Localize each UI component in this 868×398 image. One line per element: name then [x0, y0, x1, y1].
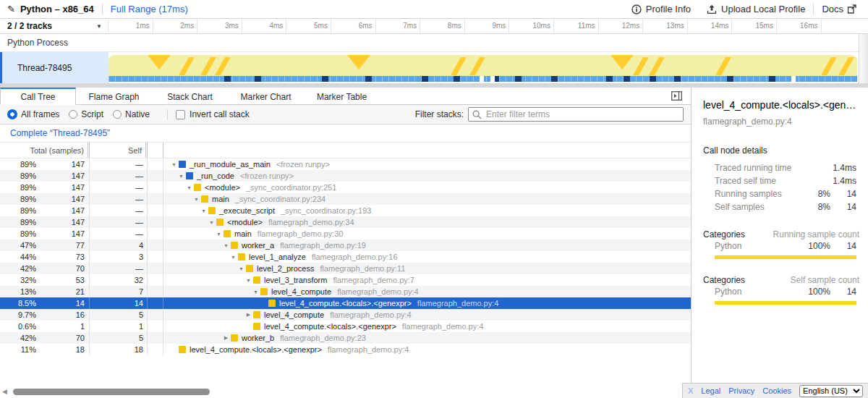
tree-row[interactable]: 89%147—▼<module>_sync_coordinator.py:251 [0, 182, 691, 193]
expand-arrow-down-icon[interactable]: ▼ [184, 185, 194, 190]
ruler-tick: 4ms [242, 19, 287, 33]
tree-row[interactable]: 42%70—▼level_2_processflamegraph_demo.py… [0, 263, 691, 274]
total-samples: 147 [36, 172, 89, 180]
footer-link-privacy[interactable]: Privacy [728, 386, 754, 395]
tree-row[interactable]: 89%147—▼main_sync_coordinator.py:234 [0, 193, 691, 205]
total-percent: 89% [0, 172, 36, 180]
tree-row[interactable]: 47%774▼worker_aflamegraph_demo.py:19 [0, 240, 691, 251]
tree-row[interactable]: 8.5%1414level_4_compute.<locals>.<genexp… [0, 297, 691, 309]
function-location: _sync_coordinator.py:251 [246, 183, 336, 192]
radio-all-frames[interactable]: All frames [7, 109, 59, 119]
footer-link-cookies[interactable]: Cookies [762, 386, 791, 395]
frame-cell: ▶worker_bflamegraph_demo.py:23 [163, 332, 691, 344]
expand-arrow-right-icon[interactable]: ▶ [244, 312, 253, 318]
tree-row[interactable]: 9.7%165▶level_4_computeflamegraph_demo.p… [0, 309, 691, 321]
tree-row[interactable]: 44%733▼level_1_analyzeflamegraph_demo.py… [0, 251, 691, 263]
expand-arrow-down-icon[interactable]: ▼ [244, 278, 253, 283]
thread-track-label[interactable]: Thread-78495 [0, 52, 109, 83]
expand-arrow-down-icon[interactable]: ▼ [176, 174, 186, 179]
upload-icon [707, 4, 717, 14]
tab-marker-table[interactable]: Marker Table [304, 88, 380, 104]
breadcrumb[interactable]: Complete “Thread-78495” [10, 128, 110, 138]
tree-row[interactable]: 89%147—▼<module>flamegraph_demo.py:34 [0, 216, 691, 228]
expand-arrow-down-icon[interactable]: ▼ [169, 162, 179, 167]
total-samples: 147 [36, 160, 89, 169]
detail-row: Running samples8%14 [715, 187, 856, 200]
expand-arrow-down-icon[interactable]: ▼ [207, 220, 216, 225]
tab-stack-chart[interactable]: Stack Chart [152, 88, 228, 104]
track-thread[interactable]: Thread-78495 [0, 52, 868, 83]
tracks-dropdown[interactable]: 2 / 2 tracks ▼ [0, 19, 109, 33]
categories-count-label: Self sample count [791, 275, 859, 285]
expand-arrow-down-icon[interactable]: ▼ [251, 289, 260, 295]
self-cell: 3 [90, 251, 148, 263]
ruler-tick: 6ms [331, 19, 376, 33]
total-samples: 1 [36, 322, 89, 331]
footer-link-legal[interactable]: Legal [701, 386, 720, 395]
expand-arrow-down-icon[interactable]: ▼ [192, 197, 201, 202]
self-cell: — [90, 182, 148, 193]
upload-profile-button[interactable]: Upload Local Profile [707, 4, 805, 14]
tree-row[interactable]: 89%147—▼_run_module_as_main<frozen runpy… [0, 158, 691, 170]
sample-mark [224, 76, 231, 82]
total-cell: 44%73 [0, 251, 90, 263]
tab-marker-chart[interactable]: Marker Chart [228, 88, 304, 104]
ruler-ticks[interactable]: 1ms2ms3ms4ms5ms6ms7ms8ms9ms10ms11ms12ms1… [109, 19, 868, 33]
total-samples: 147 [36, 183, 89, 192]
expand-arrow-right-icon[interactable]: ▶ [221, 335, 231, 341]
track-python-process[interactable]: Python Process [0, 34, 868, 52]
function-location: flamegraph_demo.py:4 [337, 287, 419, 296]
tab-flame-graph[interactable]: Flame Graph [76, 88, 152, 104]
expand-arrow-down-icon[interactable]: ▼ [214, 232, 224, 237]
tree-row[interactable]: 32%5332▼level_3_transformflamegraph_demo… [0, 274, 691, 286]
sample-mark [255, 76, 261, 82]
thread-activity-track[interactable] [109, 52, 857, 83]
invert-call-stack-checkbox[interactable]: Invert call stack [176, 109, 250, 119]
ruler-tick: 15ms [732, 19, 777, 33]
top-header-bar: ✎ Python – x86_64 Full Range (17ms) Prof… [0, 0, 868, 19]
tree-row[interactable]: 89%147—▼_run_code<frozen runpy> [0, 170, 691, 182]
total-cell: 11%18 [0, 344, 90, 355]
frame-cell: ▼level_3_transformflamegraph_demo.py:7 [163, 274, 691, 286]
tab-bar: Call TreeFlame GraphStack ChartMarker Ch… [0, 88, 691, 105]
tree-row[interactable]: 0.6%11level_4_compute.<locals>.<genexpr>… [0, 321, 691, 332]
spacer-cell [148, 263, 163, 274]
horizontal-scrollbar-thumb[interactable] [13, 389, 210, 395]
expand-arrow-down-icon[interactable]: ▼ [229, 255, 238, 260]
total-percent: 0.6% [0, 322, 36, 331]
scroll-left-arrow[interactable]: ◀ [2, 388, 7, 395]
profile-info-button[interactable]: Profile Info [631, 4, 691, 14]
function-name: <module> [205, 183, 240, 192]
expand-arrow-down-icon[interactable]: ▼ [237, 266, 246, 271]
self-cell: — [90, 228, 148, 240]
category-color-square [208, 207, 216, 214]
radio-native[interactable]: Native [113, 109, 150, 119]
tree-row[interactable]: 13%217▼level_4_computeflamegraph_demo.py… [0, 286, 691, 297]
total-percent: 89% [0, 183, 36, 192]
ruler-tick: 14ms [688, 19, 733, 33]
total-cell: 89%147 [0, 228, 90, 240]
radio-label: Native [125, 109, 150, 119]
tree-row[interactable]: 89%147—▼_execute_script_sync_coordinator… [0, 205, 691, 216]
full-range-link[interactable]: Full Range (17ms) [111, 4, 188, 14]
frame-cell: ▼level_4_computeflamegraph_demo.py:4 [163, 286, 691, 297]
footer-close-link[interactable]: X [688, 386, 693, 395]
divider [167, 109, 168, 120]
tree-row[interactable]: 42%705▶worker_bflamegraph_demo.py:23 [0, 332, 691, 344]
edit-pencil-icon[interactable]: ✎ [7, 4, 15, 14]
function-name: level_4_compute [264, 310, 324, 319]
radio-script[interactable]: Script [69, 109, 103, 119]
tab-call-tree[interactable]: Call Tree [0, 88, 76, 105]
expand-arrow-down-icon[interactable]: ▼ [199, 208, 208, 213]
vertical-scrollbar[interactable] [859, 34, 868, 83]
total-percent: 9.7% [0, 310, 36, 319]
sample-mark [769, 76, 775, 82]
tree-row[interactable]: 89%147—▼mainflamegraph_demo.py:30 [0, 228, 691, 240]
filter-stacks-input[interactable] [468, 107, 684, 122]
docs-link[interactable]: Docs [822, 4, 861, 14]
sidebar-toggle-button[interactable] [671, 91, 682, 101]
language-select[interactable]: English (US) [799, 385, 863, 397]
function-location: _sync_coordinator.py:193 [281, 206, 371, 215]
tree-row[interactable]: 11%1818level_4_compute.<locals>.<genexpr… [0, 344, 691, 355]
expand-arrow-down-icon[interactable]: ▼ [221, 243, 231, 248]
